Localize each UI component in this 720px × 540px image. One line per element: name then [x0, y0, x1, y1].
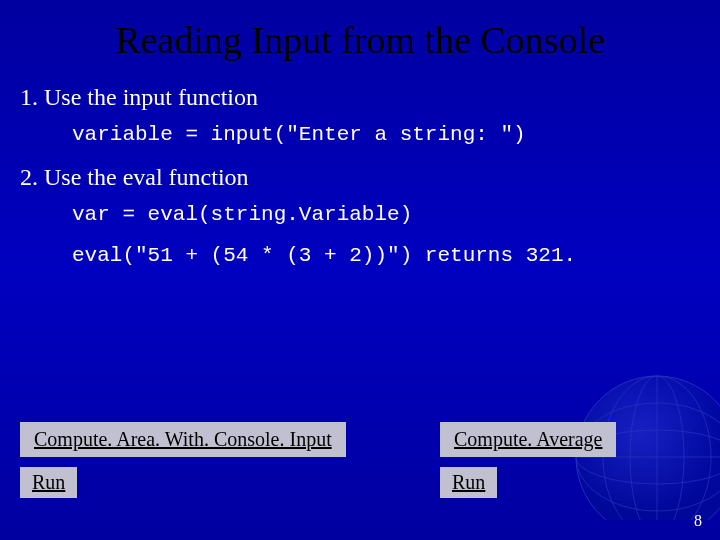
- button-group-right: Compute. Average Run: [440, 422, 616, 498]
- slide-body: 1. Use the input function variable = inp…: [0, 84, 720, 267]
- button-group-left: Compute. Area. With. Console. Input Run: [20, 422, 346, 498]
- list-item-2: 2. Use the eval function: [20, 164, 700, 191]
- run-button-right[interactable]: Run: [440, 467, 497, 498]
- buttons-container: Compute. Area. With. Console. Input Run …: [20, 422, 700, 498]
- code-line-2a: var = eval(string.Variable): [20, 203, 700, 226]
- code-line-1: variable = input("Enter a string: "): [20, 123, 700, 146]
- compute-area-button[interactable]: Compute. Area. With. Console. Input: [20, 422, 346, 457]
- compute-average-button[interactable]: Compute. Average: [440, 422, 616, 457]
- page-number: 8: [694, 512, 702, 530]
- run-button-left[interactable]: Run: [20, 467, 77, 498]
- code-line-2b: eval("51 + (54 * (3 + 2))") returns 321.: [20, 244, 700, 267]
- list-item-1: 1. Use the input function: [20, 84, 700, 111]
- slide-title: Reading Input from the Console: [0, 0, 720, 84]
